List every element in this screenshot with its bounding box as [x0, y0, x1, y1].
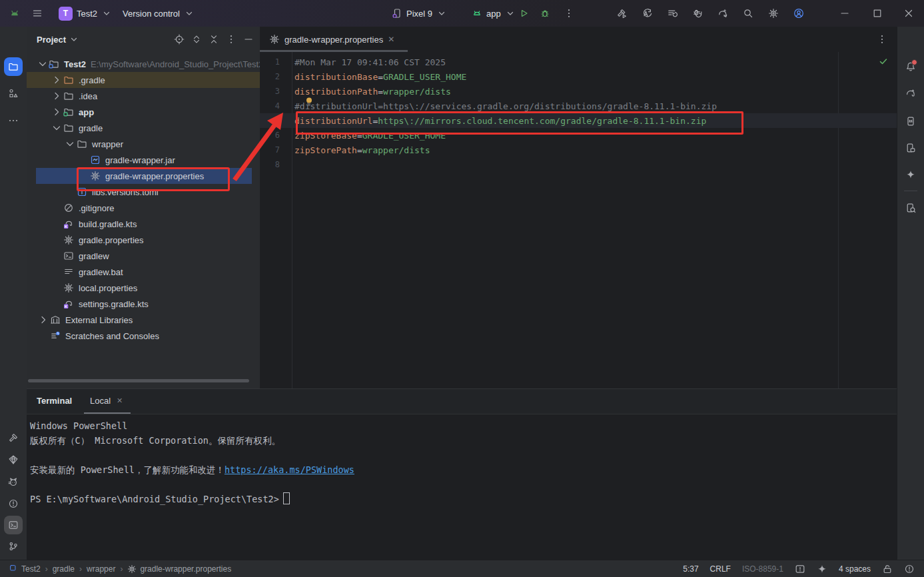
- recent-history-icon[interactable]: [667, 8, 678, 19]
- search-everywhere-icon[interactable]: [743, 8, 753, 19]
- tool-strip-logcat-icon[interactable]: [4, 472, 23, 491]
- collapse-all-icon[interactable]: [209, 34, 219, 45]
- code-line-2[interactable]: 2distributionBase=GRADLE_USER_HOME: [260, 69, 897, 84]
- terminal-link[interactable]: https://aka.ms/PSWindows: [225, 464, 354, 475]
- tool-strip-app-quality-insights-icon[interactable]: [4, 450, 23, 469]
- tree-item-ExternalLibraries[interactable]: External Libraries: [27, 312, 260, 328]
- intention-bulb-icon[interactable]: [304, 96, 314, 107]
- terminal-output[interactable]: Windows PowerShell版权所有（C） Microsoft Corp…: [27, 414, 897, 560]
- main-menu-icon[interactable]: [32, 8, 43, 19]
- folder-excluded-icon: [63, 75, 75, 85]
- close-icon: [903, 8, 914, 19]
- tree-item-gradle[interactable]: gradle: [27, 120, 260, 136]
- tool-strip-more-icon[interactable]: [4, 111, 23, 130]
- settings-gear-icon[interactable]: [768, 8, 779, 19]
- inspections-widget-icon[interactable]: [904, 564, 915, 574]
- breadcrumb-item[interactable]: gradle-wrapper.properties: [127, 564, 231, 574]
- breadcrumb-item[interactable]: Test2: [9, 564, 41, 574]
- tree-item-local.properties[interactable]: local.properties: [27, 280, 260, 296]
- tool-strip-structure-icon[interactable]: [4, 84, 23, 103]
- profile-avatar-icon[interactable]: [793, 8, 804, 19]
- run-config-selector[interactable]: app: [472, 0, 516, 27]
- panel-options-icon[interactable]: [226, 34, 236, 45]
- run-button[interactable]: [518, 8, 529, 19]
- tool-strip-version-control-icon[interactable]: [4, 537, 23, 556]
- project-switcher[interactable]: T Test2: [59, 0, 112, 27]
- minimize-button[interactable]: [829, 0, 860, 27]
- breadcrumb-item[interactable]: wrapper: [87, 564, 115, 574]
- tool-strip-notifications-icon[interactable]: [901, 57, 920, 76]
- vcs-widget[interactable]: Version control: [123, 0, 195, 27]
- expand-all-icon[interactable]: [191, 34, 202, 45]
- encoding-widget[interactable]: ISO-8859-1: [742, 564, 783, 574]
- code-line-8[interactable]: 8: [260, 157, 897, 172]
- reader-mode-icon[interactable]: [795, 564, 805, 574]
- terminal-tab-local[interactable]: Local ✕: [90, 396, 123, 406]
- chevron-down-icon[interactable]: [51, 123, 63, 133]
- tree-item-.idea[interactable]: .idea: [27, 88, 260, 104]
- breadcrumb-item[interactable]: gradle: [53, 564, 75, 574]
- chevron-down-icon[interactable]: [69, 34, 79, 45]
- code-line-7[interactable]: 7zipStorePath=wrapper/dists: [260, 143, 897, 157]
- inspections-ok-icon[interactable]: [878, 56, 889, 67]
- tree-item-app[interactable]: app: [27, 104, 260, 120]
- tool-strip-running-devices-icon[interactable]: [901, 139, 920, 157]
- tree-item-gradlew[interactable]: gradlew: [27, 248, 260, 264]
- tree-item-build.gradle.kts[interactable]: Kbuild.gradle.kts: [27, 216, 260, 232]
- translate-icon[interactable]: [642, 8, 652, 19]
- tree-item-gradle-wrapper.jar[interactable]: gradle-wrapper.jar: [27, 152, 260, 168]
- tool-strip-gradle-icon[interactable]: [901, 84, 920, 103]
- tree-item-Test2[interactable]: Test2E:\mySoftware\Android_Studio_Projec…: [27, 56, 260, 72]
- tree-item-.gitignore[interactable]: .gitignore: [27, 200, 260, 216]
- chevron-right-icon[interactable]: [51, 107, 63, 117]
- close-terminal-tab-icon[interactable]: ✕: [117, 396, 123, 405]
- tree-item-.gradle[interactable]: .gradle: [27, 72, 260, 88]
- project-panel-title[interactable]: Project: [37, 35, 66, 45]
- editor-tab[interactable]: gradle-wrapper.properties ✕: [261, 27, 409, 52]
- chevron-right-icon[interactable]: [37, 314, 49, 325]
- chevron-down-icon[interactable]: [37, 59, 48, 69]
- maximize-button[interactable]: [862, 0, 893, 27]
- select-opened-file-icon[interactable]: [174, 34, 185, 45]
- close-tab-icon[interactable]: ✕: [388, 35, 394, 44]
- tree-item-settings.gradle.kts[interactable]: Ksettings.gradle.kts: [27, 296, 260, 312]
- tree-item-ScratchesandConsoles[interactable]: Scratches and Consoles: [27, 328, 260, 344]
- attach-debugger-icon[interactable]: [692, 8, 703, 19]
- line-separator-widget[interactable]: CRLF: [710, 564, 731, 574]
- tool-strip-device-explorer-icon[interactable]: [901, 199, 920, 217]
- code-line-3[interactable]: 3distributionPath=wrapper/dists: [260, 84, 897, 99]
- tool-strip-gemini-icon[interactable]: [901, 165, 920, 184]
- editor-options-icon[interactable]: [877, 34, 887, 45]
- tree-item-wrapper[interactable]: wrapper: [27, 136, 260, 152]
- line-number: 6: [260, 131, 292, 140]
- build-run-icon[interactable]: [616, 8, 627, 19]
- debug-button[interactable]: [540, 8, 550, 19]
- tool-strip-project-icon[interactable]: [4, 57, 23, 76]
- code-area[interactable]: 1#Mon Mar 17 09:41:06 CST 20252distribut…: [260, 52, 897, 388]
- tool-strip-problems-icon[interactable]: [4, 494, 23, 513]
- tool-strip-terminal-icon[interactable]: [4, 516, 23, 534]
- ai-assistant-icon[interactable]: [817, 564, 827, 574]
- device-selector[interactable]: Pixel 9: [392, 0, 447, 27]
- tree-item-label: gradlew.bat: [79, 267, 123, 277]
- lock-open-icon[interactable]: [882, 564, 893, 574]
- tool-strip-device-manager-icon[interactable]: [901, 112, 920, 131]
- tree-item-label: Test2: [64, 59, 86, 69]
- terminal-line: PS E:\mySoftware\Android_Studio_Project\…: [30, 492, 897, 506]
- tree-item-gradle.properties[interactable]: gradle.properties: [27, 232, 260, 248]
- indent-widget[interactable]: 4 spaces: [839, 564, 871, 574]
- cursor-position-widget[interactable]: 5:37: [683, 564, 698, 574]
- terminal-title[interactable]: Terminal: [37, 396, 72, 406]
- code-line-1[interactable]: 1#Mon Mar 17 09:41:06 CST 2025: [260, 55, 897, 69]
- horizontal-scrollbar[interactable]: [28, 379, 249, 382]
- gradle-sync-icon[interactable]: [717, 8, 728, 19]
- hide-panel-icon[interactable]: [243, 34, 254, 45]
- chevron-right-icon[interactable]: [51, 91, 63, 101]
- folder-icon: [63, 123, 75, 133]
- tree-item-gradlew.bat[interactable]: gradlew.bat: [27, 264, 260, 280]
- tool-strip-build-icon[interactable]: [4, 428, 23, 447]
- close-button[interactable]: [893, 0, 924, 27]
- chevron-right-icon[interactable]: [51, 75, 63, 85]
- more-actions-icon[interactable]: [564, 8, 574, 19]
- chevron-down-icon[interactable]: [64, 139, 76, 149]
